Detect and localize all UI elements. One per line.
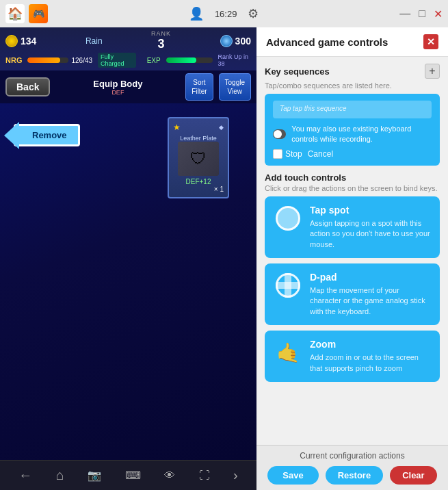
- nrg-label: NRG: [5, 56, 22, 64]
- coin-icon: [5, 35, 18, 47]
- rank-display: RANK 3: [151, 30, 171, 51]
- key-sequences-title: Key sequences: [265, 66, 330, 77]
- gold-display: 134: [5, 35, 36, 47]
- zoom-title: Zoom: [310, 339, 430, 350]
- stop-checkbox: [273, 149, 282, 159]
- panel-title: Advanced game controls: [266, 36, 388, 48]
- sort-filter-button[interactable]: SortFilter: [185, 73, 213, 101]
- zoom-icon: 🤙: [276, 341, 300, 364]
- toggle-view-button[interactable]: ToggleView: [219, 73, 251, 101]
- home-icon[interactable]: ⌂: [56, 467, 64, 483]
- rank-label: RANK: [151, 30, 171, 37]
- settings-icon[interactable]: ⚙: [248, 6, 259, 21]
- gold-amount: 134: [21, 36, 36, 47]
- dpad-desc: Map the movement of your character or th…: [310, 285, 430, 317]
- item-card-header: ★ ◆: [173, 122, 224, 132]
- nav-label: Equip Body DEF: [55, 79, 180, 96]
- crystal-icon: [220, 35, 233, 47]
- item-count: × 1: [173, 185, 224, 193]
- recording-toggle-row: You may also use existing keyboard contr…: [273, 124, 432, 145]
- stop-button[interactable]: Stop: [273, 149, 302, 159]
- arrow-icon: [4, 122, 19, 149]
- home-icon[interactable]: 🏠: [5, 4, 25, 23]
- weather-label: Rain: [85, 36, 103, 46]
- zoom-desc: Add zoom in or out to the screen that su…: [310, 352, 430, 374]
- zoom-icon-wrap: 🤙: [274, 339, 302, 366]
- hud-row1: 134 Rain RANK 3 300: [5, 30, 251, 51]
- top-bar-center: 👤 16:29 ⚙: [189, 6, 259, 21]
- remove-button[interactable]: Remove: [14, 124, 80, 146]
- panel-body: Key sequences + Tap/combo sequences are …: [256, 57, 448, 445]
- dpad-icon: [276, 273, 300, 298]
- exp-bar-fill: [166, 57, 196, 63]
- panel-close-button[interactable]: ✕: [423, 34, 438, 49]
- forward-icon[interactable]: ›: [233, 467, 238, 483]
- crystal-display: 300: [220, 35, 251, 47]
- game-nav: Back Equip Body DEF SortFilter ToggleVie…: [0, 70, 256, 103]
- restore-button[interactable]: Restore: [326, 466, 383, 485]
- touch-controls-section: Add touch controls Click or drag the act…: [265, 172, 440, 382]
- add-sequence-button[interactable]: +: [425, 64, 440, 79]
- tap-spot-desc: Assign tapping on a spot with this actio…: [310, 218, 430, 250]
- back-button[interactable]: Back: [5, 77, 50, 96]
- recording-box: Tap tap this sequence You may also use e…: [265, 94, 440, 166]
- game-panel: 134 Rain RANK 3 300 NRG: [0, 27, 256, 490]
- main-area: 134 Rain RANK 3 300 NRG: [0, 27, 448, 490]
- back-icon[interactable]: ←: [18, 467, 32, 483]
- nrg-bar-container: 126/43: [27, 57, 92, 64]
- tap-spot-text: Tap spot Assign tapping on a spot with t…: [310, 205, 430, 250]
- top-bar-right: — □ ✕: [399, 8, 443, 21]
- keyboard-icon[interactable]: ⌨: [125, 469, 141, 482]
- eye-icon[interactable]: 👁: [164, 469, 175, 482]
- game-icon[interactable]: 🎮: [29, 4, 48, 23]
- rank-up-text: Rank Up in 38: [218, 53, 251, 67]
- recording-label: Tap tap this sequence: [280, 105, 425, 112]
- exp-label: EXP: [147, 57, 161, 64]
- item-stat: DEF+12: [173, 178, 224, 185]
- tap-spot-card[interactable]: Tap spot Assign tapping on a spot with t…: [265, 196, 440, 258]
- footer-buttons: Save Restore Clear: [265, 466, 440, 485]
- tap-spot-icon-wrap: [274, 205, 302, 232]
- dpad-card[interactable]: D-pad Map the movement of your character…: [265, 263, 440, 325]
- clear-button[interactable]: Clear: [390, 466, 437, 485]
- recording-inner: Tap tap this sequence: [273, 101, 432, 118]
- nrg-bar-fill: [27, 57, 60, 63]
- top-bar-left: 🏠 🎮: [5, 4, 48, 23]
- clock-display: 16:29: [215, 9, 237, 19]
- cancel-button[interactable]: Cancel: [308, 149, 333, 159]
- nrg-bar: [27, 57, 68, 63]
- save-button[interactable]: Save: [267, 466, 318, 485]
- panel-header: Advanced game controls ✕: [256, 27, 448, 57]
- dpad-icon-wrap: [274, 272, 302, 299]
- hud-row2: NRG 126/43 Fully Charged EXP Rank Up in …: [5, 53, 251, 68]
- touch-section-title: Add touch controls: [265, 172, 440, 183]
- config-title: Current configuration actions: [265, 451, 440, 461]
- close-btn[interactable]: ✕: [434, 8, 443, 21]
- minimize-btn[interactable]: —: [399, 8, 410, 20]
- remove-btn-container: Remove: [14, 124, 80, 146]
- fullscreen-icon[interactable]: ⛶: [199, 469, 210, 482]
- item-name: Leather Plate: [173, 135, 224, 142]
- crystal-amount: 300: [235, 36, 251, 47]
- screenshot-icon[interactable]: 📷: [88, 469, 101, 482]
- panel-footer: Current configuration actions Save Resto…: [256, 445, 448, 490]
- key-sequences-hint: Tap/combo sequences are listed here.: [265, 81, 440, 90]
- key-sequences-header: Key sequences +: [265, 64, 440, 79]
- zoom-card[interactable]: 🤙 Zoom Add zoom in or out to the screen …: [265, 331, 440, 382]
- maximize-btn[interactable]: □: [419, 8, 425, 20]
- weather-display: Rain: [85, 36, 103, 46]
- user-icon[interactable]: 👤: [189, 6, 204, 21]
- rank-value: 3: [158, 37, 165, 51]
- tap-spot-title: Tap spot: [310, 205, 430, 216]
- game-bottom-bar: ← ⌂ 📷 ⌨ 👁 ⛶ ›: [0, 460, 256, 490]
- remove-label: Remove: [14, 124, 80, 146]
- stop-label: Stop: [285, 149, 302, 159]
- dpad-title: D-pad: [310, 272, 430, 283]
- top-bar: 🏠 🎮 👤 16:29 ⚙ — □ ✕: [0, 0, 448, 27]
- dpad-text: D-pad Map the movement of your character…: [310, 272, 430, 317]
- item-rarity: ◆: [219, 124, 224, 131]
- tap-spot-icon: [276, 206, 300, 231]
- recording-desc: You may also use existing keyboard contr…: [291, 124, 432, 145]
- recording-toggle[interactable]: [273, 129, 286, 139]
- exp-bar: [166, 57, 213, 63]
